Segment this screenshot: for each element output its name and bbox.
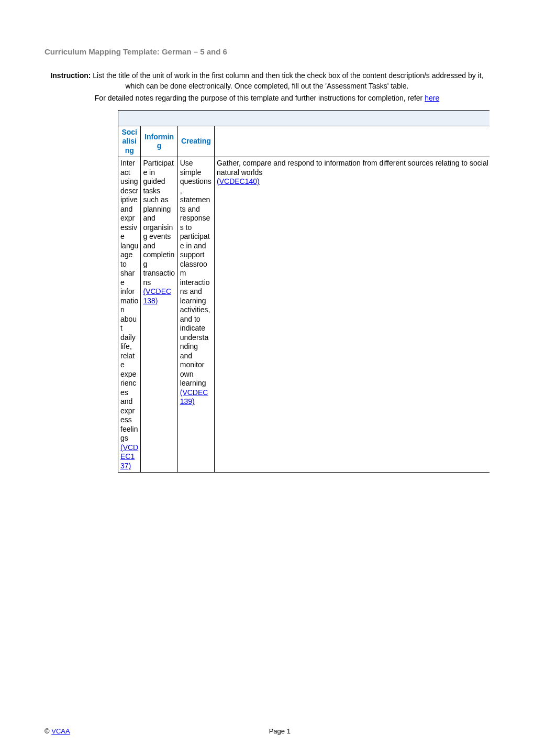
cell-creating: Use simple questions, statements and res… — [177, 157, 214, 473]
informing-code-link[interactable]: (VCDEC138) — [143, 287, 171, 305]
vcaa-link[interactable]: VCAA — [51, 727, 70, 735]
instruction-text: List the title of the unit of work in th… — [91, 71, 483, 90]
subnote: For detailed notes regarding the purpose… — [44, 93, 490, 104]
gather-text: Gather, compare and respond to informati… — [217, 159, 490, 177]
header-empty-1 — [215, 126, 490, 157]
cell-informing: Participate in guided tasks such as plan… — [141, 157, 177, 473]
header-row: Socialising Informing Creating — [118, 126, 490, 157]
header-creating: Creating — [177, 126, 214, 157]
curriculum-table-wrap: Socialising Informing Creating Interact … — [118, 110, 490, 473]
creating-code-link[interactable]: (VCDEC139) — [180, 388, 208, 406]
socialising-code-link[interactable]: (VCDEC137) — [120, 443, 138, 470]
gather-code-link[interactable]: (VCDEC140) — [217, 177, 260, 185]
socialising-text: Interact using descriptive and expressiv… — [120, 159, 138, 442]
cell-gather: Gather, compare and respond to informati… — [215, 157, 490, 473]
page-title: Curriculum Mapping Template: German – 5 … — [44, 47, 490, 56]
here-link[interactable]: here — [425, 94, 439, 102]
header-informing: Informing — [141, 126, 177, 157]
informing-text: Participate in guided tasks such as plan… — [143, 159, 175, 287]
page-footer: © VCAA Page 1 — [44, 727, 490, 735]
subnote-prefix: For detailed notes regarding the purpose… — [95, 94, 425, 102]
instruction-label: Instruction: — [50, 71, 91, 80]
instruction-block: Instruction: List the title of the unit … — [44, 71, 490, 91]
curriculum-table: Socialising Informing Creating Interact … — [118, 110, 490, 473]
spacer-row — [118, 110, 490, 126]
page-number: Page 1 — [44, 727, 490, 735]
copyright-symbol: © — [44, 727, 50, 735]
creating-text: Use simple questions, statements and res… — [180, 159, 212, 387]
cell-socialising: Interact using descriptive and expressiv… — [118, 157, 141, 473]
header-socialising: Socialising — [118, 126, 141, 157]
content-row: Interact using descriptive and expressiv… — [118, 157, 490, 473]
